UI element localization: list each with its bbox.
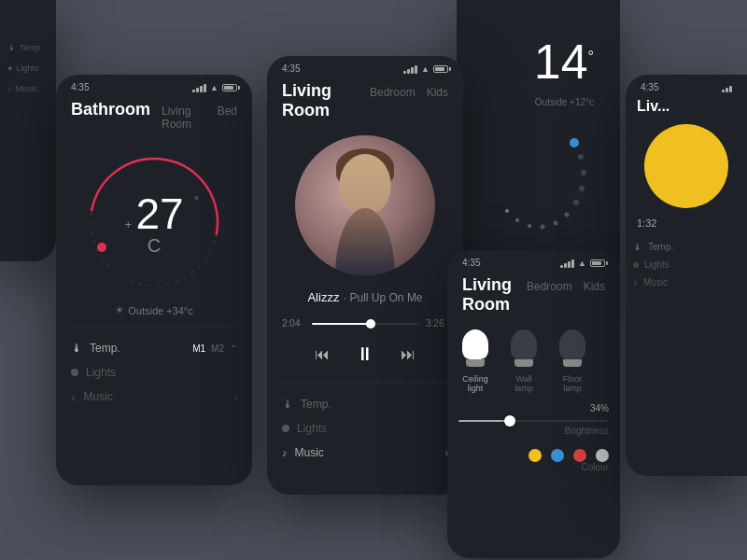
bulb-base-ceiling xyxy=(466,359,485,367)
temp-label-music: Temp. xyxy=(301,398,331,411)
svg-point-8 xyxy=(528,224,531,228)
tab-living-lights[interactable]: Living Room xyxy=(462,275,515,315)
lights-panel: Ceilinglight Walllamp Floorlam xyxy=(447,322,620,483)
bulb-label-floor: Floorlamp xyxy=(556,374,589,393)
tab-bed[interactable]: Bed xyxy=(218,105,237,118)
svg-point-0 xyxy=(570,138,579,147)
svg-point-9 xyxy=(515,218,519,222)
therm-icon-fr: 🌡 xyxy=(633,242,642,252)
tab-living-music[interactable]: Living Room xyxy=(282,81,359,120)
m1-tab[interactable]: M1 xyxy=(192,343,205,354)
yellow-circle xyxy=(644,124,728,208)
brightness-value: 34% xyxy=(458,400,609,414)
progress-container[interactable]: 2:04 3:26 xyxy=(267,311,463,336)
temp-value: 27 xyxy=(135,189,183,238)
m2-tab[interactable]: M2 xyxy=(211,343,224,354)
time-total: 3:26 xyxy=(426,318,448,329)
colour-dot-yellow[interactable] xyxy=(529,449,542,462)
phone-temp-right: 14° Outside +12°c xyxy=(457,0,620,280)
battery-lights xyxy=(590,259,605,267)
colour-dot-blue[interactable] xyxy=(551,449,564,462)
outside-temp-main: ☀ Outside +34°c xyxy=(56,304,252,316)
progress-thumb xyxy=(366,319,375,329)
status-bar-main: 4:35 ▲ xyxy=(56,75,252,96)
room-tabs-lights: Living Room Bedroom Kids xyxy=(447,272,620,322)
far-left-music-label: Music xyxy=(16,84,38,93)
music-label-fr: Music xyxy=(643,277,668,287)
lights-label-music: Lights xyxy=(297,422,327,435)
track-info: Alizzz · Pull Up On Me xyxy=(267,283,463,311)
wifi-lights: ▲ xyxy=(578,259,586,268)
pause-button[interactable]: ⏸ xyxy=(356,343,374,365)
wifi-music: ▲ xyxy=(421,64,430,74)
track-name: Pull Up On Me xyxy=(350,291,423,304)
status-bar-lights: 4:35 ▲ xyxy=(447,250,620,272)
mini-time-far-right: 1:32 xyxy=(626,212,747,234)
phone-main: 4:35 ▲ Bathroom Living Room Bed xyxy=(56,75,252,485)
temp-display: + 27 ° C xyxy=(124,189,183,257)
signal-far-right xyxy=(722,83,732,92)
bulb-glass-floor xyxy=(559,329,585,359)
svg-point-4 xyxy=(573,200,579,205)
colour-dot-red[interactable] xyxy=(573,449,586,462)
tab-bedroom-lights[interactable]: Bedroom xyxy=(527,280,572,293)
svg-point-2 xyxy=(581,170,586,175)
album-head xyxy=(340,154,391,215)
phone-lights: 4:35 ▲ Living Room Bedroom Kids xyxy=(447,250,620,558)
svg-point-3 xyxy=(579,186,585,191)
music-icon-main: ♪ xyxy=(71,391,77,402)
colour-dot-grey[interactable] xyxy=(596,449,609,462)
progress-track[interactable] xyxy=(312,323,418,325)
svg-point-10 xyxy=(505,209,509,213)
prev-button[interactable]: ⏮ xyxy=(315,346,330,363)
next-button[interactable]: ⏭ xyxy=(401,346,416,363)
sun-icon-main: ☀ xyxy=(115,304,124,316)
temp-label-fr: Temp. xyxy=(648,242,673,252)
lights-row-music: Lights xyxy=(267,416,463,441)
time-main: 4:35 xyxy=(71,82,89,92)
phone-far-left: 🌡 Temp ● Lights ♪ Music xyxy=(0,0,56,261)
bulb-glass-ceiling xyxy=(462,329,488,359)
therm-icon-main: 🌡 xyxy=(71,342,82,355)
colour-dots xyxy=(458,449,609,462)
music-row-main[interactable]: ♪ Music › xyxy=(56,385,252,409)
room-tabs-music: Living Room Bedroom Kids xyxy=(267,77,463,128)
tab-bathroom[interactable]: Bathroom xyxy=(71,100,150,119)
room-tabs-main: Bathroom Living Room Bed xyxy=(56,96,252,138)
bulbs-row: Ceilinglight Walllamp Floorlam xyxy=(458,322,609,397)
therm-icon-music: 🌡 xyxy=(282,398,293,411)
music-row-music[interactable]: ♪ Music › xyxy=(267,441,463,465)
bulb-label-ceiling: Ceilinglight xyxy=(458,374,492,393)
tab-kids-lights[interactable]: Kids xyxy=(584,280,605,293)
svg-point-7 xyxy=(540,225,544,230)
brightness-slider[interactable] xyxy=(458,420,609,422)
temp-arc xyxy=(473,115,604,245)
lights-row-main: Lights xyxy=(56,360,252,385)
light-dot-fr xyxy=(633,262,639,268)
status-bar-far-right: 4:35 xyxy=(626,75,747,96)
tab-bedroom-music[interactable]: Bedroom xyxy=(370,86,416,99)
bulb-wall[interactable]: Walllamp xyxy=(507,329,541,393)
brightness-section: 34% Brightness xyxy=(458,397,609,443)
music-label-main: Music xyxy=(84,390,113,403)
bulb-floor[interactable]: Floorlamp xyxy=(556,329,589,393)
bulb-ceiling[interactable]: Ceilinglight xyxy=(458,329,492,393)
signal-main xyxy=(192,83,206,92)
temp-section-main: 🌡 Temp. M1 M2 ⌃ xyxy=(56,336,252,360)
brightness-label: Brightness xyxy=(458,426,609,436)
more-temp[interactable]: ⌃ xyxy=(230,343,237,354)
colour-section: Colour xyxy=(458,443,609,483)
time-music: 4:35 xyxy=(282,63,300,74)
far-left-temp-label: Temp xyxy=(20,43,40,52)
album-art xyxy=(295,135,435,275)
scene: 🌡 Temp ● Lights ♪ Music 14° Outside +12°… xyxy=(0,0,747,560)
bulb-glass-wall xyxy=(511,329,537,359)
progress-fill xyxy=(312,323,371,325)
battery-main xyxy=(222,84,237,91)
phone-far-right: 4:35 Liv... 1:32 🌡 Temp. Lights xyxy=(626,75,747,476)
outside-temp-right: Outside +12°c xyxy=(468,97,609,115)
playback-controls: ⏮ ⏸ ⏭ xyxy=(267,336,463,372)
svg-point-1 xyxy=(578,154,584,160)
tab-kids-music[interactable]: Kids xyxy=(427,86,448,99)
tab-living-room[interactable]: Living Room xyxy=(162,105,206,131)
